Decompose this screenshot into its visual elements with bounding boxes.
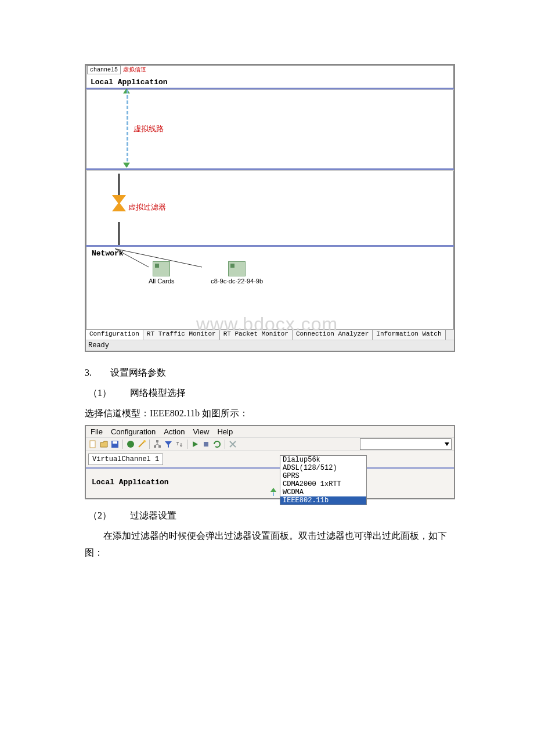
menu-configuration[interactable]: Configuration — [111, 427, 156, 436]
connector-line — [118, 174, 120, 198]
delete-icon[interactable] — [228, 440, 237, 449]
nic-all-cards[interactable]: All Cards — [149, 261, 175, 285]
arrow-down-icon — [123, 163, 130, 168]
tab-rt-packet[interactable]: RT Packet Monitor — [220, 330, 293, 340]
svg-point-6 — [143, 440, 146, 442]
nic-icon — [153, 261, 170, 276]
topology-icon[interactable] — [153, 440, 162, 449]
virtual-channel-annot: 虚拟信道 — [123, 66, 146, 74]
option-cdma2000[interactable]: CDMA2000 1xRTT — [280, 480, 366, 488]
nic-mac[interactable]: c8-9c-dc-22-94-9b — [211, 261, 263, 285]
tab-configuration[interactable]: Configuration — [86, 330, 143, 340]
channel-model-dropdown[interactable]: Dialup56k ADSL(128/512) GPRS CDMA2000 1x… — [280, 455, 367, 505]
config-screenshot-1: channel5 虚拟信道 Local Application 虚拟线路 虚拟过… — [85, 64, 455, 352]
menu-view[interactable]: View — [193, 427, 209, 436]
tab-virtualchannel-1[interactable]: VirtualChannel 1 — [88, 453, 163, 465]
channel-tab-row: channel5 虚拟信道 — [86, 65, 454, 74]
option-gprs[interactable]: GPRS — [280, 472, 366, 480]
arrow-stub-icon — [268, 488, 277, 496]
chevron-down-icon — [445, 442, 449, 446]
tab-rt-traffic[interactable]: RT Traffic Monitor — [143, 330, 220, 340]
channel-model-combo[interactable] — [360, 438, 452, 450]
body-line-1: 选择信道模型：IEEE802.11b 如图所示： — [85, 405, 453, 422]
open-icon[interactable] — [99, 440, 109, 449]
option-adsl[interactable]: ADSL(128/512) — [280, 464, 366, 472]
body-line-2: 在添加过滤器的时候便会弹出过滤器设置面板。双击过滤器也可弹出过此面板，如下图： — [85, 528, 453, 561]
option-dialup56k[interactable]: Dialup56k — [280, 456, 366, 464]
stop-icon[interactable] — [201, 440, 211, 449]
menu-file[interactable]: File — [91, 427, 103, 436]
connector-line — [118, 222, 120, 245]
virtual-filter-diagram: 虚拟过滤器 — [86, 170, 454, 245]
menu-help[interactable]: Help — [217, 427, 233, 436]
filter-icon[interactable] — [164, 440, 173, 449]
tab-connection-analyzer[interactable]: Connection Analyzer — [293, 330, 373, 340]
option-ieee80211b[interactable]: IEEE802.11b — [280, 496, 366, 505]
nic-label: All Cards — [149, 278, 175, 285]
svg-point-5 — [127, 441, 134, 448]
wizard-icon[interactable] — [137, 440, 146, 449]
svg-rect-7 — [156, 440, 158, 442]
tab-information-watch[interactable]: Information Watch — [373, 330, 445, 340]
toolbar — [86, 437, 454, 451]
local-application-heading: Local Application — [92, 478, 454, 487]
network-heading: Network — [92, 247, 454, 261]
virtual-channel-tab-row: VirtualChannel 1 — [86, 451, 454, 465]
nic-label: c8-9c-dc-22-94-9b — [211, 278, 263, 285]
local-application-heading: Local Application — [86, 74, 454, 88]
menu-bar: File Configuration Action View Help — [86, 426, 454, 437]
virtual-line-diagram: 虚拟线路 — [86, 89, 454, 168]
svg-rect-2 — [90, 441, 95, 448]
bottom-tabs: Configuration RT Traffic Monitor RT Pack… — [86, 329, 454, 340]
svg-rect-4 — [113, 441, 117, 444]
virtual-line-label: 虚拟线路 — [134, 124, 164, 134]
menu-action[interactable]: Action — [164, 427, 185, 436]
refresh-icon[interactable] — [212, 440, 222, 449]
save-icon[interactable] — [110, 440, 120, 449]
svg-rect-9 — [158, 445, 161, 448]
svg-rect-8 — [154, 445, 156, 448]
status-bar: Ready — [86, 340, 454, 351]
virtual-filter-label: 虚拟过滤器 — [128, 202, 166, 213]
substep-1-heading: （1） 网络模型选择 — [85, 385, 453, 402]
nic-icon — [228, 261, 246, 276]
svg-rect-10 — [204, 442, 208, 447]
globe-icon[interactable] — [126, 440, 135, 449]
new-icon[interactable] — [88, 440, 98, 449]
substep-2-heading: （2） 过滤器设置 — [85, 507, 453, 524]
config-screenshot-2: File Configuration Action View Help — [85, 425, 455, 499]
play-icon[interactable] — [190, 440, 200, 449]
updown-icon[interactable] — [175, 440, 184, 449]
dashed-link — [127, 90, 128, 167]
option-wcdma[interactable]: WCDMA — [280, 488, 366, 496]
tab-channel5[interactable]: channel5 — [87, 66, 121, 74]
step-3-heading: 3. 设置网络参数 — [85, 365, 453, 381]
filter-icon[interactable] — [112, 195, 126, 221]
